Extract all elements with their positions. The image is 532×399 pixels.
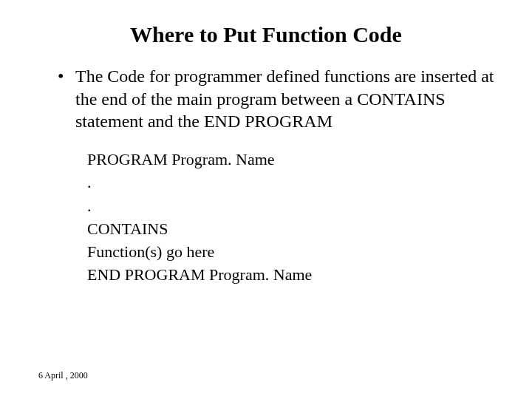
code-block: PROGRAM Program. Name . . CONTAINS Funct…	[37, 148, 495, 286]
code-line: Function(s) go here	[87, 240, 495, 263]
code-line: END PROGRAM Program. Name	[87, 263, 495, 286]
code-line: .	[87, 171, 495, 194]
code-line: CONTAINS	[87, 217, 495, 240]
slide-title: Where to Put Function Code	[37, 22, 495, 47]
slide: Where to Put Function Code The Code for …	[0, 0, 532, 399]
bullet-item: The Code for programmer defined function…	[58, 65, 495, 133]
bullet-list: The Code for programmer defined function…	[37, 65, 495, 133]
code-line: PROGRAM Program. Name	[87, 148, 495, 171]
code-line: .	[87, 194, 495, 217]
footer-date: 6 April , 2000	[38, 370, 88, 381]
